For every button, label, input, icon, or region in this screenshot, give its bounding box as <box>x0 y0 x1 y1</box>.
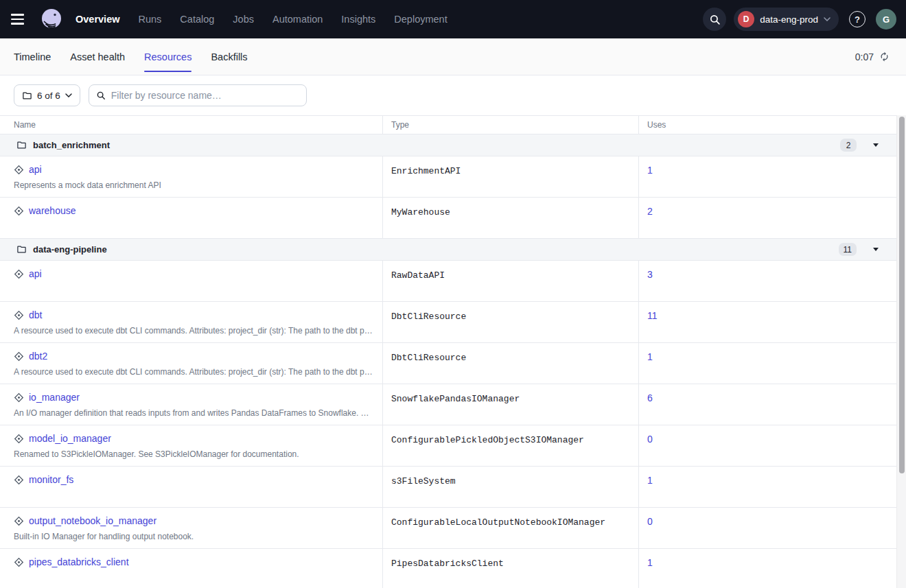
resource-icon <box>14 516 24 526</box>
tab-resources[interactable]: Resources <box>144 38 191 75</box>
name-cell: apiRepresents a mock data enrichment API <box>0 156 382 197</box>
resources-table: Name Type Uses batch_enrichment2apiRepre… <box>0 115 896 588</box>
resource-type: EnrichmentAPI <box>391 166 461 176</box>
workspace-badge: D <box>738 11 754 27</box>
group-count-badge: 11 <box>839 243 857 256</box>
resource-name-link[interactable]: api <box>29 268 42 279</box>
type-cell: SnowflakePandasIOManager <box>382 384 638 425</box>
resource-type: PipesDatabricksClient <box>391 558 504 569</box>
resource-description: Built-in IO Manager for handling output … <box>14 532 374 541</box>
type-cell: PipesDatabricksClient <box>382 549 638 588</box>
tab-timeline[interactable]: Timeline <box>14 38 51 75</box>
caret-down-icon[interactable] <box>873 248 879 251</box>
uses-cell: 6 <box>638 384 896 425</box>
caret-down-icon[interactable] <box>873 143 879 147</box>
resource-name-link[interactable]: io_manager <box>29 392 80 403</box>
resource-type: ConfigurableLocalOutputNotebookIOManager <box>391 517 605 528</box>
group-name: data-eng-pipeline <box>33 244 107 255</box>
resource-type: DbtCliResource <box>391 311 466 322</box>
type-cell: ConfigurableLocalOutputNotebookIOManager <box>382 508 638 548</box>
resource-row: io_managerAn I/O manager definition that… <box>0 384 896 425</box>
tab-backfills[interactable]: Backfills <box>211 38 247 75</box>
uses-count-link[interactable]: 1 <box>647 475 653 486</box>
resource-group-row[interactable]: batch_enrichment2 <box>0 134 896 156</box>
uses-count-link[interactable]: 1 <box>647 165 653 176</box>
workspace-switcher[interactable]: D data-eng-prod <box>734 8 839 31</box>
name-cell: output_notebook_io_managerBuilt-in IO Ma… <box>0 508 382 548</box>
name-cell: pipes_databricks_client <box>0 549 382 588</box>
resource-row: warehouseMyWarehouse2 <box>0 198 896 239</box>
name-cell: monitor_fs <box>0 467 382 507</box>
resource-name-link[interactable]: model_io_manager <box>29 433 111 444</box>
uses-count-link[interactable]: 6 <box>647 392 653 403</box>
uses-cell: 0 <box>638 425 896 466</box>
uses-count-link[interactable]: 1 <box>647 351 653 362</box>
resource-group-row[interactable]: data-eng-pipeline11 <box>0 239 896 261</box>
nav-item-automation[interactable]: Automation <box>272 14 323 25</box>
uses-count-link[interactable]: 11 <box>647 310 658 321</box>
resource-name-link[interactable]: output_notebook_io_manager <box>29 515 156 526</box>
type-cell: s3FileSystem <box>382 467 638 507</box>
nav-right: D data-eng-prod ? G <box>703 8 896 31</box>
folder-icon <box>16 140 27 150</box>
vertical-scrollbar <box>896 115 906 588</box>
resource-icon <box>14 206 24 216</box>
table-header: Name Type Uses <box>0 115 896 134</box>
nav-item-catalog[interactable]: Catalog <box>180 14 214 25</box>
nav-item-deployment[interactable]: Deployment <box>394 14 447 25</box>
name-cell: model_io_managerRenamed to S3PickleIOMan… <box>0 425 382 466</box>
resource-name-link[interactable]: dbt <box>29 309 42 320</box>
resource-type: DbtCliResource <box>391 353 466 363</box>
resource-name-link[interactable]: api <box>29 164 42 175</box>
uses-cell: 2 <box>638 198 896 238</box>
resource-filter-input[interactable] <box>111 90 299 101</box>
resource-icon <box>14 165 24 175</box>
nav-item-insights[interactable]: Insights <box>341 14 375 25</box>
search-icon <box>96 91 106 100</box>
nav-item-overview[interactable]: Overview <box>76 14 120 25</box>
uses-cell: 1 <box>638 343 896 384</box>
resource-type: RawDataAPI <box>391 270 445 281</box>
resource-icon <box>14 269 24 279</box>
type-cell: EnrichmentAPI <box>382 156 638 197</box>
filter-bar: 6 of 6 <box>0 75 906 115</box>
resource-row: pipes_databricks_clientPipesDatabricksCl… <box>0 549 896 588</box>
resource-description: Represents a mock data enrichment API <box>14 180 374 190</box>
dagster-logo-icon[interactable] <box>38 6 65 32</box>
tab-asset-health[interactable]: Asset health <box>70 38 125 75</box>
scrollbar-thumb[interactable] <box>899 117 905 473</box>
resource-row: dbtA resource used to execute dbt CLI co… <box>0 302 896 343</box>
search-icon[interactable] <box>703 8 726 31</box>
resource-description: An I/O manager definition that reads inp… <box>14 408 374 418</box>
type-cell: ConfigurablePickledObjectS3IOManager <box>382 425 638 466</box>
resource-name-link[interactable]: dbt2 <box>29 351 47 362</box>
name-cell: api <box>0 261 382 301</box>
uses-cell: 11 <box>638 302 896 342</box>
resource-row: dbt2A resource used to execute dbt CLI c… <box>0 343 896 384</box>
user-avatar[interactable]: G <box>876 9 896 30</box>
nav-item-jobs[interactable]: Jobs <box>233 14 254 25</box>
help-icon[interactable]: ? <box>849 11 866 27</box>
name-cell: dbtA resource used to execute dbt CLI co… <box>0 302 382 342</box>
resource-icon <box>14 392 24 403</box>
refresh-icon[interactable] <box>879 51 890 62</box>
folder-icon <box>16 244 27 255</box>
name-cell: warehouse <box>0 198 382 238</box>
group-filter-button[interactable]: 6 of 6 <box>14 84 80 106</box>
nav-item-runs[interactable]: Runs <box>139 14 162 25</box>
workspace-name: data-eng-prod <box>760 14 818 25</box>
resource-name-link[interactable]: monitor_fs <box>29 474 73 485</box>
column-header-type: Type <box>382 116 638 134</box>
uses-count-link[interactable]: 0 <box>647 516 653 527</box>
uses-count-link[interactable]: 2 <box>647 206 653 217</box>
resource-name-link[interactable]: warehouse <box>29 205 76 216</box>
uses-count-link[interactable]: 3 <box>647 269 653 280</box>
menu-icon[interactable] <box>11 10 30 29</box>
uses-count-link[interactable]: 0 <box>647 434 653 445</box>
uses-cell: 1 <box>638 467 896 507</box>
group-count-badge: 2 <box>840 139 857 152</box>
resource-name-link[interactable]: pipes_databricks_client <box>29 556 129 567</box>
main-nav: OverviewRunsCatalogJobsAutomationInsight… <box>76 14 448 25</box>
uses-count-link[interactable]: 1 <box>647 557 653 568</box>
resource-description: A resource used to execute dbt CLI comma… <box>14 367 374 377</box>
